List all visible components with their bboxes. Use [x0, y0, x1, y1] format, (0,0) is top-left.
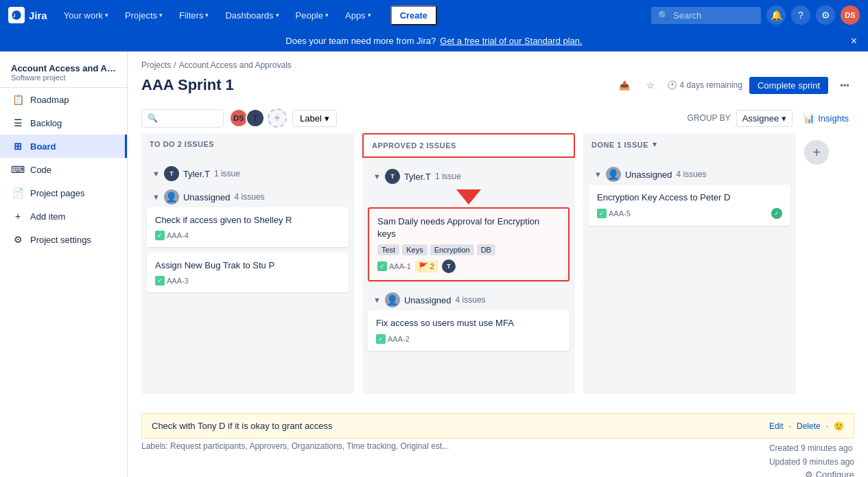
section-header-tyler-approved[interactable]: ▼ T Tyler.T 1 issue	[368, 163, 570, 187]
help-button[interactable]: ?	[791, 5, 810, 25]
done-header-inner: DONE 1 ISSUE ▾	[591, 140, 657, 149]
group-by-select[interactable]: Assignee ▾	[736, 110, 793, 127]
settings-icon: ⚙	[11, 233, 25, 246]
chevron-down-icon: ▾	[205, 12, 209, 19]
board: TO DO 2 ISSUES ▼ T Tyler.T 1 issue ▼ 👤 U…	[128, 133, 868, 408]
insights-icon: 📊	[804, 113, 814, 124]
search-input[interactable]	[673, 10, 755, 21]
section-header-unassigned-todo[interactable]: ▼ 👤 Unassigned 4 issues	[147, 184, 349, 207]
sidebar-item-backlog[interactable]: ☰ Backlog	[0, 111, 127, 135]
more-options-button[interactable]: •••	[835, 75, 854, 95]
configure-button[interactable]: ⚙ Configure	[805, 469, 854, 477]
header-actions: 📤 ☆ 🕐 4 days remaining Complete sprint •…	[615, 75, 854, 95]
card-id-badge: ✓ AAA-3	[155, 276, 189, 286]
chevron-down-icon: ▼	[594, 170, 602, 178]
board-search-input[interactable]	[162, 113, 217, 124]
sidebar-item-code[interactable]: ⌨ Code	[0, 158, 127, 181]
card-id-badge: ✓ AAA-4	[155, 231, 189, 240]
checkbox-icon: ✓	[376, 334, 386, 344]
card-footer: ✓ AAA-4	[155, 231, 340, 240]
nav-your-work[interactable]: Your work ▾	[58, 8, 114, 23]
column-header-approved: APPROVED 2 ISSUES	[362, 133, 575, 158]
nav-projects[interactable]: Projects ▾	[119, 8, 168, 23]
sidebar-item-project-pages[interactable]: 📄 Project pages	[0, 181, 127, 205]
nav-apps[interactable]: Apps ▾	[340, 8, 377, 23]
column-done: DONE 1 ISSUE ▾ ▼ 👤 Unassigned 4 issues E…	[583, 133, 796, 394]
card-aaa2[interactable]: Fix access so users must use MFA ✓ AAA-2	[368, 310, 570, 350]
card-aaa3[interactable]: Assign New Bug Trak to Stu P ✓ AAA-3	[147, 253, 349, 292]
jira-logo[interactable]: J Jira	[8, 7, 47, 23]
clock-icon: 🕐	[667, 80, 677, 90]
card-aaa5[interactable]: Encryption Key Access to Peter D ✓ AAA-5…	[589, 185, 790, 226]
checkbox-icon: ✓	[597, 209, 607, 218]
banner-close-button[interactable]: ×	[851, 35, 857, 47]
group-by-label: GROUP BY	[688, 113, 731, 123]
avatar-unassigned: 👤	[164, 189, 179, 205]
sidebar-item-board[interactable]: ⊞ Board	[0, 135, 127, 158]
card-aaa4[interactable]: Check if access given to Shelley R ✓ AAA…	[147, 207, 349, 247]
nav-dashboards[interactable]: Dashboards ▾	[220, 8, 284, 23]
chevron-down-icon: ▾	[105, 12, 108, 19]
chevron-down-icon: ▾	[368, 12, 371, 19]
share-button[interactable]: 📤	[615, 75, 634, 95]
page-title: AAA Sprint 1	[141, 76, 615, 94]
sidebar-item-roadmap[interactable]: 📋 Roadmap	[0, 88, 127, 111]
banner-link[interactable]: Get a free trial of our Standard plan.	[440, 36, 582, 46]
card-id-badge: ✓ AAA-2	[376, 334, 410, 344]
flag-icon: 🚩	[419, 262, 428, 271]
board-search-box[interactable]: 🔍	[141, 109, 224, 128]
breadcrumb: Projects / Account Access and Approvals	[128, 55, 868, 73]
sidebar-project-info: Account Access and Ap... Software projec…	[0, 56, 127, 88]
section-header-unassigned-done[interactable]: ▼ 👤 Unassigned 4 issues	[589, 161, 790, 185]
card-id-badge: ✓ AAA-5	[597, 209, 631, 218]
complete-sprint-button[interactable]: Complete sprint	[749, 77, 828, 94]
breadcrumb-project[interactable]: Account Access and Approvals	[179, 60, 292, 70]
nav-filters[interactable]: Filters ▾	[174, 8, 214, 23]
column-header-todo: TO DO 2 ISSUES	[141, 133, 354, 155]
avatar-unassigned-done: 👤	[606, 167, 621, 182]
card-footer-aaa2: ✓ AAA-2	[376, 334, 561, 344]
settings-button[interactable]: ⚙	[816, 5, 835, 25]
create-button[interactable]: Create	[390, 5, 437, 25]
sidebar-item-project-settings[interactable]: ⚙ Project settings	[0, 228, 127, 251]
label-filter-button[interactable]: Label ▾	[292, 110, 337, 127]
add-column-button[interactable]: +	[804, 133, 829, 394]
breadcrumb-projects[interactable]: Projects	[141, 60, 171, 70]
column-body-todo: ▼ T Tyler.T 1 issue ▼ 👤 Unassigned 4 iss…	[141, 155, 354, 394]
notifications-button[interactable]: 🔔	[766, 5, 786, 25]
bottom-right-section: Labels: Request participants, Approvers,…	[128, 441, 868, 477]
board-icon: ⊞	[11, 139, 25, 153]
section-header-unassigned-approved[interactable]: ▼ 👤 Unassigned 4 issues	[368, 287, 570, 310]
chevron-down-icon: ▼	[152, 170, 160, 178]
svg-text:J: J	[13, 13, 16, 18]
delete-link[interactable]: Delete	[797, 421, 821, 431]
section-header-tyler[interactable]: ▼ T Tyler.T 1 issue	[147, 161, 349, 184]
star-button[interactable]: ☆	[641, 75, 660, 95]
user-avatar[interactable]: DS	[841, 5, 860, 25]
search-icon: 🔍	[148, 113, 158, 123]
sidebar-item-add-item[interactable]: + Add item	[0, 205, 127, 228]
sidebar-project-name: Account Access and Ap...	[11, 63, 116, 73]
column-header-done: DONE 1 ISSUE ▾	[583, 133, 796, 156]
add-avatar-button[interactable]: +	[268, 108, 287, 128]
sidebar: Account Access and Ap... Software projec…	[0, 30, 128, 477]
jira-logo-icon: J	[8, 7, 25, 23]
column-approved: APPROVED 2 ISSUES ▼ T Tyler.T 1 issue Sa…	[362, 133, 575, 394]
chevron-down-icon: ▾	[159, 12, 163, 19]
chevron-down-icon: ▼	[152, 193, 160, 201]
emoji-button[interactable]: 🙂	[834, 421, 844, 431]
search-icon: 🔍	[658, 10, 669, 21]
bottom-section: Check with Tony D if it is okay to grant…	[128, 413, 868, 439]
tag-keys: Keys	[402, 244, 427, 255]
avatar-t[interactable]: T	[246, 108, 265, 128]
gear-icon: ⚙	[805, 469, 813, 477]
card-footer: ✓ AAA-3	[155, 276, 340, 286]
avatar-tyler: T	[164, 166, 179, 181]
search-box[interactable]: 🔍	[651, 7, 761, 24]
card-footer-aaa1: ✓ AAA-1 🚩 2 T	[377, 259, 560, 273]
edit-link[interactable]: Edit	[769, 421, 784, 431]
insights-button[interactable]: 📊 Insights	[798, 110, 854, 126]
labels-info: Labels: Request participants, Approvers,…	[141, 441, 449, 451]
nav-people[interactable]: People ▾	[290, 8, 334, 23]
card-aaa1[interactable]: Sam Daily needs Approval for Encryption …	[368, 207, 570, 281]
